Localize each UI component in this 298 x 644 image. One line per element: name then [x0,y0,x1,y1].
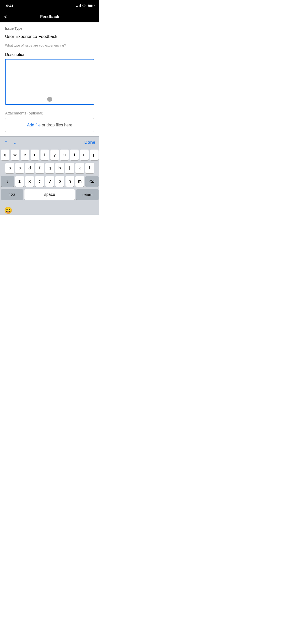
back-button[interactable]: < [4,14,7,19]
key-l[interactable]: l [85,163,94,173]
attachments-section: Attachments (optional) Add file or drop … [5,111,94,132]
key-return[interactable]: return [76,189,99,200]
key-delete[interactable]: ⌫ [85,176,99,187]
key-u[interactable]: u [60,150,69,160]
key-c[interactable]: c [35,176,44,187]
key-e[interactable]: e [21,150,29,160]
issue-type-section: Issue Type What type of issue are you ex… [5,26,94,47]
resize-handle[interactable] [47,97,52,102]
key-h[interactable]: h [55,163,64,173]
key-o[interactable]: o [80,150,89,160]
key-d[interactable]: d [25,163,34,173]
keyboard-nav-arrows: ⌃ ⌄ [4,140,17,145]
add-file-link[interactable]: Add file [27,123,40,127]
issue-type-helper: What type of issue are you experiencing? [5,43,94,47]
description-label: Description [5,52,94,57]
attachments-label: Attachments (optional) [5,111,94,115]
key-w[interactable]: w [11,150,19,160]
key-y[interactable]: y [50,150,59,160]
key-numbers[interactable]: 123 [1,189,23,200]
wifi-icon [82,4,86,7]
key-a[interactable]: a [5,163,14,173]
keyboard-row-1: q w e r t y u i o p [1,150,99,160]
issue-type-input[interactable] [5,32,94,42]
keyboard: q w e r t y u i o p a s d f g h j k l ⇧ … [0,148,99,203]
status-time: 9:41 [6,4,13,8]
key-p[interactable]: p [90,150,99,160]
keyboard-accessory-bar: ⌃ ⌄ Done [0,136,99,148]
keyboard-row-3: ⇧ z x c v b n m ⌫ [1,176,99,187]
status-icons [76,4,94,7]
drop-text: or drop files here [42,123,72,127]
emoji-button[interactable]: 😄 [4,207,12,214]
keyboard-prev-button[interactable]: ⌃ [4,140,8,145]
key-z[interactable]: z [15,176,24,187]
key-space[interactable]: space [24,189,75,200]
page-title: Feedback [40,14,59,19]
key-k[interactable]: k [75,163,84,173]
key-m[interactable]: m [75,176,84,187]
status-bar: 9:41 [0,0,99,11]
key-g[interactable]: g [45,163,54,173]
nav-bar: < Feedback [0,11,99,22]
key-f[interactable]: f [35,163,44,173]
description-wrapper[interactable] [5,59,94,105]
key-n[interactable]: n [65,176,74,187]
key-shift[interactable]: ⇧ [1,176,14,187]
key-s[interactable]: s [15,163,24,173]
key-r[interactable]: r [31,150,39,160]
key-t[interactable]: t [40,150,49,160]
form-content: Issue Type What type of issue are you ex… [0,22,99,136]
key-j[interactable]: j [65,163,74,173]
signal-icon [76,4,81,7]
battery-icon [88,4,94,7]
key-v[interactable]: v [45,176,54,187]
key-q[interactable]: q [1,150,9,160]
issue-type-label: Issue Type [5,26,94,31]
file-drop-zone[interactable]: Add file or drop files here [5,118,94,132]
key-i[interactable]: i [70,150,79,160]
description-cursor [9,62,91,67]
keyboard-row-4: 123 space return [1,189,99,200]
description-section: Description [5,52,94,105]
keyboard-next-button[interactable]: ⌄ [13,140,17,145]
keyboard-row-2: a s d f g h j k l [1,163,99,173]
key-x[interactable]: x [25,176,34,187]
key-b[interactable]: b [55,176,64,187]
keyboard-emoji-bar: 😄 [0,203,99,215]
keyboard-done-button[interactable]: Done [85,140,96,145]
